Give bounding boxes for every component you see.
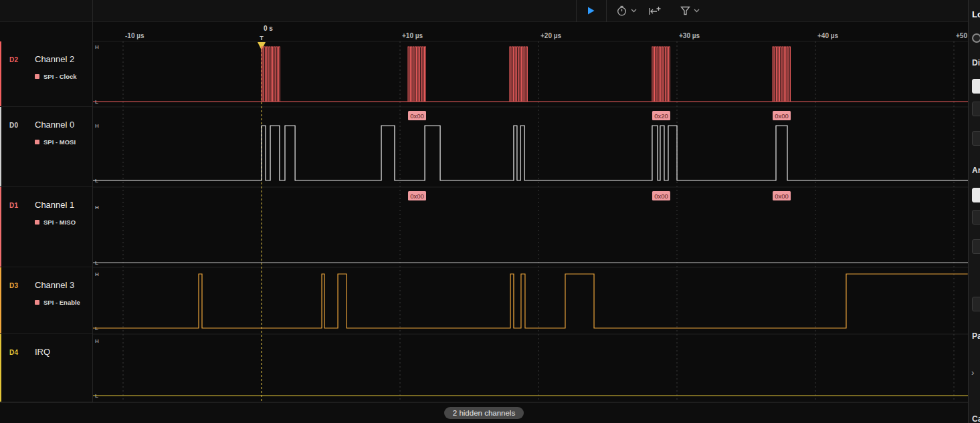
data-badge-text: 0x00 bbox=[410, 192, 424, 200]
panel-button-6[interactable] bbox=[972, 239, 980, 254]
waveform-D2 bbox=[654, 47, 656, 102]
analyzer-color-icon bbox=[35, 300, 39, 305]
hidden-channels-button[interactable]: 2 hidden channels bbox=[444, 407, 524, 419]
time-tick-label: -10 µs bbox=[125, 32, 144, 39]
data-badge-text: 0x00 bbox=[775, 112, 789, 120]
analyzer-color-icon bbox=[35, 220, 39, 225]
analyzer-chip[interactable]: SPI - Enable bbox=[35, 299, 92, 306]
analyzer-chip[interactable]: SPI - MOSI bbox=[35, 138, 92, 146]
waveform-D2 bbox=[521, 47, 522, 102]
waveform-D2 bbox=[782, 47, 783, 102]
channel-row-d2[interactable]: D2 Channel 2 SPI - Clock bbox=[0, 41, 92, 107]
channel-name: IRQ bbox=[35, 347, 50, 357]
data-badge-text: 0x00 bbox=[410, 112, 424, 120]
waveform-D2 bbox=[780, 47, 781, 102]
channel-id: D3 bbox=[9, 282, 35, 289]
section-digital-label: Di bbox=[972, 58, 980, 67]
waveform-D2 bbox=[419, 47, 421, 102]
waveform-D2 bbox=[773, 47, 774, 102]
waveform-D2 bbox=[664, 47, 665, 102]
expand-chevron[interactable]: › bbox=[971, 368, 974, 378]
channel-row-d3[interactable]: D3 Channel 3 SPI - Enable bbox=[0, 267, 92, 334]
waveform-D2 bbox=[652, 47, 654, 102]
channel-id: D1 bbox=[9, 202, 35, 209]
channel-name: Channel 1 bbox=[35, 200, 74, 210]
waveform-D2 bbox=[264, 47, 266, 102]
section-ca-label: Ca bbox=[972, 414, 980, 423]
waveform-D2 bbox=[510, 47, 511, 102]
waveform-D2 bbox=[422, 47, 423, 102]
waveform-D2 bbox=[276, 47, 278, 102]
play-button[interactable] bbox=[581, 0, 600, 21]
panel-button-1[interactable] bbox=[972, 79, 980, 94]
waveform-D0 bbox=[92, 126, 968, 180]
analyzer-color-icon bbox=[35, 74, 39, 79]
toolbar-divider bbox=[606, 0, 607, 22]
waveform-area[interactable]: -10 µs0 s+10 µs+20 µs+30 µs+40 µs+50 µsT… bbox=[92, 22, 968, 402]
waveform-D2 bbox=[415, 47, 416, 102]
sidebar-divider bbox=[92, 0, 93, 402]
high-level-label: H bbox=[95, 338, 99, 344]
data-badge-text: 0x00 bbox=[654, 192, 668, 200]
channel-id: D2 bbox=[9, 56, 35, 63]
panel-button-5[interactable] bbox=[972, 210, 980, 225]
section-analyzers-label: Ar bbox=[972, 166, 980, 175]
toolbar-divider bbox=[576, 0, 577, 22]
waveform-D2 bbox=[775, 47, 777, 102]
waveform-D2 bbox=[516, 47, 518, 102]
panel-button-4[interactable] bbox=[972, 188, 980, 202]
channel-row-d1[interactable]: D1 Channel 1 SPI - MISO bbox=[0, 187, 92, 267]
analyzer-name: SPI - Clock bbox=[43, 73, 77, 80]
chevron-down-icon bbox=[631, 9, 637, 13]
waveform-D2 bbox=[668, 47, 670, 102]
analyzer-name: SPI - MISO bbox=[43, 219, 76, 226]
waveform-D2 bbox=[410, 47, 411, 102]
waveform-D2 bbox=[417, 47, 419, 102]
channel-name: Channel 2 bbox=[35, 54, 74, 64]
section-pa-label: Pa bbox=[972, 331, 980, 341]
analyzer-chip[interactable]: SPI - Clock bbox=[35, 73, 92, 80]
filter-menu-button[interactable] bbox=[676, 0, 704, 21]
time-tick-label: +20 µs bbox=[541, 32, 562, 39]
waveform-D2 bbox=[266, 47, 268, 102]
panel-button-3[interactable] bbox=[972, 131, 980, 146]
channel-color-stripe bbox=[0, 334, 1, 402]
analyzer-name: SPI - Enable bbox=[43, 299, 80, 306]
analyzer-name: SPI - MOSI bbox=[43, 138, 76, 146]
high-level-label: H bbox=[95, 123, 99, 129]
panel-button-2[interactable] bbox=[972, 102, 980, 116]
measure-add-button[interactable] bbox=[644, 0, 666, 21]
waveform-D2 bbox=[519, 47, 520, 102]
play-icon bbox=[585, 5, 596, 16]
channel-id: D4 bbox=[9, 349, 35, 356]
record-settings-icon[interactable] bbox=[972, 33, 980, 43]
waveform-D2 bbox=[274, 47, 275, 102]
waveform-D2 bbox=[512, 47, 513, 102]
time-tick-label: +40 µs bbox=[817, 32, 839, 39]
channel-color-stripe bbox=[0, 107, 1, 186]
right-panel-title: Lo bbox=[972, 9, 980, 19]
channel-row-d4[interactable]: D4 IRQ bbox=[0, 334, 92, 402]
time-tick-label: +50 µs bbox=[956, 32, 968, 39]
logic-analyzer-app: D2 Channel 2 SPI - Clock D0 Channel 0 SP… bbox=[0, 0, 980, 423]
waveform-D2 bbox=[262, 47, 263, 102]
footer-bar: 2 hidden channels bbox=[0, 402, 968, 423]
panel-button-7[interactable] bbox=[972, 297, 980, 311]
waveform-D2 bbox=[659, 47, 660, 102]
waveform-D2 bbox=[789, 47, 790, 102]
channel-row-d0[interactable]: D0 Channel 0 SPI - MOSI bbox=[0, 107, 92, 187]
channel-color-stripe bbox=[0, 187, 1, 267]
high-level-label: H bbox=[95, 271, 99, 277]
trigger-label: T bbox=[260, 35, 264, 41]
waveform-D2 bbox=[787, 47, 788, 102]
timer-menu-button[interactable] bbox=[612, 0, 641, 21]
channel-color-stripe bbox=[0, 41, 1, 106]
chevron-down-icon bbox=[694, 9, 700, 13]
waveform-D2 bbox=[413, 47, 414, 102]
waveform-D2 bbox=[424, 47, 425, 102]
waveform-D2 bbox=[271, 47, 272, 102]
waveform-D2 bbox=[526, 47, 527, 102]
high-level-label: H bbox=[95, 44, 99, 50]
waveform-D2 bbox=[777, 47, 779, 102]
analyzer-chip[interactable]: SPI - MISO bbox=[35, 219, 92, 226]
